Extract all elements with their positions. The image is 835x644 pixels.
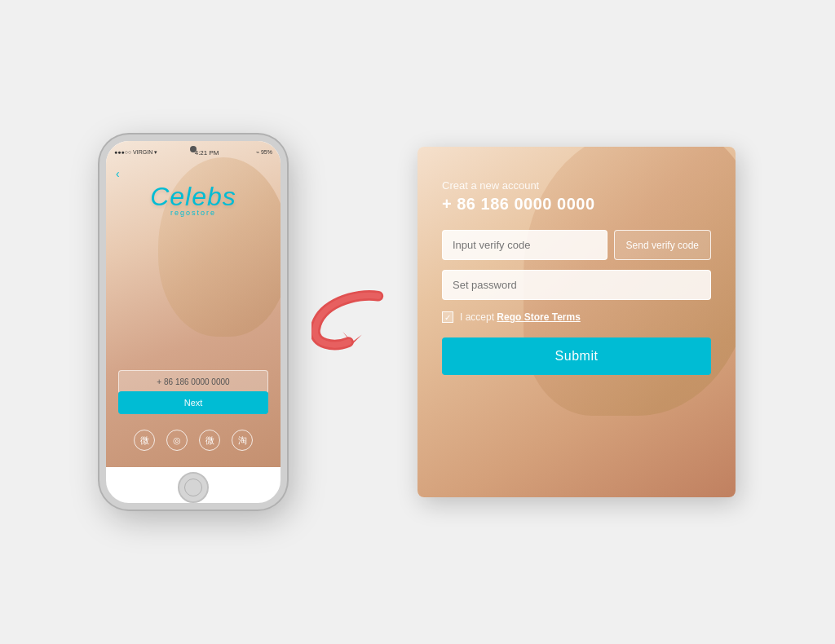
terms-checkbox[interactable]: ✓ — [442, 311, 453, 323]
phone-time: 4:21 PM — [195, 149, 219, 157]
wechat-icon[interactable]: 微 — [134, 430, 155, 451]
weibo-icon[interactable]: 微 — [199, 430, 220, 451]
brand-name: Celebs — [150, 182, 236, 212]
arrow-icon — [311, 285, 393, 359]
phone-camera — [190, 146, 197, 152]
phone-battery: ⌁ 95% — [256, 149, 272, 156]
phone-screen: ●●●○○ VIRGIN ▾ 4:21 PM ⌁ 95% ‹ Celebs re… — [106, 141, 281, 467]
phone-next-button[interactable]: Next — [118, 391, 268, 414]
phone-status-bar: ●●●○○ VIRGIN ▾ 4:21 PM ⌁ 95% — [106, 141, 281, 164]
notification-icon[interactable]: ◎ — [166, 430, 188, 451]
social-icons-row: 微 ◎ 微 淘 — [106, 430, 281, 451]
verify-code-input[interactable] — [442, 230, 607, 260]
terms-link[interactable]: Rego Store Terms — [497, 311, 580, 323]
back-arrow-icon[interactable]: ‹ — [116, 167, 120, 180]
submit-button[interactable]: Submit — [442, 337, 711, 375]
phone-logo: Celebs regostore — [106, 182, 281, 217]
password-input[interactable] — [442, 270, 711, 300]
verify-code-row: Send verify code — [442, 230, 711, 260]
phone-home-inner — [184, 479, 202, 496]
terms-row: ✓ I accept Rego Store Terms — [442, 311, 711, 323]
create-account-label: Creat a new account — [442, 179, 711, 192]
arrow-container — [311, 281, 393, 363]
phone-number-display: + 86 186 0000 0000 — [442, 195, 711, 214]
brand-sub: regostore — [170, 209, 216, 217]
panel-content: Creat a new account + 86 186 0000 0000 S… — [418, 147, 736, 399]
phone-home-button[interactable] — [178, 472, 209, 503]
phone-number-input[interactable]: + 86 186 0000 0000 — [118, 370, 268, 394]
registration-panel: Creat a new account + 86 186 0000 0000 S… — [418, 147, 736, 497]
main-container: ●●●○○ VIRGIN ▾ 4:21 PM ⌁ 95% ‹ Celebs re… — [51, 135, 784, 509]
phone-mockup: ●●●○○ VIRGIN ▾ 4:21 PM ⌁ 95% ‹ Celebs re… — [99, 135, 287, 509]
phone-frame: ●●●○○ VIRGIN ▾ 4:21 PM ⌁ 95% ‹ Celebs re… — [99, 135, 287, 509]
send-verify-button[interactable]: Send verify code — [614, 230, 711, 260]
terms-label: I accept Rego Store Terms — [460, 311, 581, 323]
phone-carrier: ●●●○○ VIRGIN ▾ — [114, 149, 157, 156]
taobao-icon[interactable]: 淘 — [232, 430, 253, 451]
